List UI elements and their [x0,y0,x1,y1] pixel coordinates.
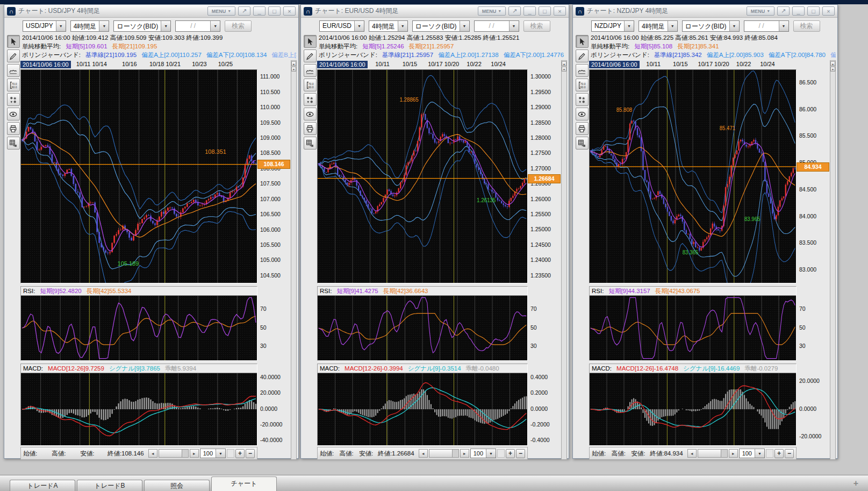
rsi-chart[interactable] [590,295,796,360]
close-button[interactable]: × [822,6,835,16]
chevron-down-icon[interactable]: ▼ [486,449,496,458]
scroll-up-icon[interactable]: ▲ [562,61,566,66]
chevron-down-icon[interactable]: ▼ [624,21,634,31]
minimize-button[interactable]: _ [253,6,266,16]
pair-select[interactable]: NZD/JPY▼ [591,20,634,32]
chevron-down-icon[interactable]: ▼ [460,21,469,31]
scroll-right-button[interactable]: ► [729,449,738,458]
main-chart[interactable]: 108.351105.189 [20,69,257,283]
scrollbar-thumb[interactable] [698,450,721,457]
vertical-scrollbar[interactable]: ▲ ▼ [561,60,567,460]
popout-button[interactable]: ↗ [508,6,521,16]
zoom-out-button[interactable]: − [785,449,794,458]
pair-select[interactable]: USD/JPY▼ [23,20,66,32]
chart-style-select[interactable]: ローソク(BID)▼ [113,20,171,32]
zoom-out-button[interactable]: − [246,449,255,458]
export-button[interactable] [576,137,589,150]
popout-button[interactable]: ↗ [777,6,790,16]
chevron-down-icon[interactable]: ▼ [99,21,109,31]
scale-settings-button[interactable] [7,79,20,91]
scroll-right-button[interactable]: ► [190,449,199,458]
scale-settings-button[interactable] [304,79,317,91]
menu-button[interactable]: MENU▼ [747,6,774,16]
chart-type-button[interactable] [7,64,20,77]
chevron-down-icon[interactable]: ▼ [779,21,788,31]
minimize-button[interactable]: _ [792,6,805,16]
zoom-in-button[interactable]: + [506,449,515,458]
minimize-button[interactable]: _ [523,6,536,16]
marker-tool-button[interactable] [576,93,589,106]
search-button[interactable]: 検索 [793,20,820,32]
vertical-scrollbar[interactable]: ▲ ▼ [830,60,836,460]
select-tool-button[interactable] [7,35,20,48]
print-button[interactable] [576,122,589,135]
chevron-down-icon[interactable]: ▼ [398,21,407,31]
close-button[interactable]: × [554,6,566,16]
macd-chart[interactable] [590,373,796,445]
zoom-out-button[interactable]: − [516,449,525,458]
horizontal-scrollbar[interactable] [159,449,189,458]
marker-tool-button[interactable] [304,93,317,106]
chevron-down-icon[interactable]: ▼ [216,449,225,458]
chevron-down-icon[interactable]: ▼ [210,21,220,31]
timeframe-select[interactable]: 4時間足▼ [369,20,408,32]
chevron-down-icon[interactable]: ▼ [755,449,764,458]
pair-select[interactable]: EUR/USD▼ [319,20,364,32]
chart-style-select[interactable]: ローソク(BID)▼ [412,20,470,32]
scroll-left-button[interactable]: ◄ [148,449,157,458]
marker-tool-button[interactable] [7,93,20,106]
tab-chart[interactable]: チャート [211,476,277,491]
vertical-scrollbar[interactable]: ▲ ▼ [291,60,297,460]
horizontal-scrollbar[interactable] [698,449,728,458]
add-tab-icon[interactable]: + [853,479,858,488]
search-button[interactable]: 検索 [225,20,252,32]
timeframe-select[interactable]: 4時間足▼ [70,20,110,32]
chart-style-select[interactable]: ローソク(BID)▼ [682,20,740,32]
draw-tool-button[interactable] [304,49,317,62]
chart-type-button[interactable] [576,64,589,77]
titlebar[interactable]: ∩ チャート: EUR/USD 4時間足 MENU▼ ↗ _ □ × [301,5,569,18]
scale-settings-button[interactable] [576,79,589,91]
tab-inquiry[interactable]: 照会 [144,480,210,491]
draw-tool-button[interactable] [7,49,20,62]
menu-button[interactable]: MENU▼ [207,6,235,16]
titlebar[interactable]: ∩ チャート: NZD/JPY 4時間足 MENU▼ ↗ _ □ × [573,5,837,18]
scroll-down-icon[interactable]: ▼ [830,67,835,72]
maximize-button[interactable]: □ [807,6,820,16]
scroll-left-button[interactable]: ◄ [687,449,697,458]
tab-trade-a[interactable]: トレードA [10,480,75,491]
scroll-up-icon[interactable]: ▲ [830,61,835,66]
main-chart[interactable]: 85.80885.47183.96583.365 [589,69,797,283]
popout-button[interactable]: ↗ [238,6,250,16]
select-tool-button[interactable] [576,35,589,48]
export-button[interactable] [7,137,20,150]
zoom-level-select[interactable]: 100▼ [200,449,226,458]
scroll-left-button[interactable]: ◄ [419,449,428,458]
macd-chart[interactable] [318,373,527,445]
macd-chart[interactable] [21,373,257,445]
date-input[interactable]: / /▼ [175,20,220,32]
print-button[interactable] [304,122,317,135]
date-input[interactable]: / /▼ [744,20,789,32]
scroll-down-icon[interactable]: ▼ [291,67,296,72]
visibility-button[interactable] [7,108,20,120]
chevron-down-icon[interactable]: ▼ [354,21,364,31]
chevron-down-icon[interactable]: ▼ [56,21,66,31]
date-input[interactable]: / /▼ [474,20,519,32]
scroll-right-button[interactable]: ► [460,449,469,458]
chevron-down-icon[interactable]: ▼ [161,21,170,31]
zoom-in-button[interactable]: + [235,449,245,458]
main-chart[interactable]: 1.288651.26135 [317,69,528,283]
scroll-down-icon[interactable]: ▼ [562,67,566,72]
chart-type-button[interactable] [304,64,317,77]
zoom-in-button[interactable]: + [774,449,784,458]
tab-trade-b[interactable]: トレードB [77,480,142,491]
maximize-button[interactable]: □ [539,6,551,16]
visibility-button[interactable] [576,108,589,120]
scrollbar-thumb[interactable] [159,450,182,457]
chevron-down-icon[interactable]: ▼ [729,21,739,31]
maximize-button[interactable]: □ [268,6,281,16]
draw-tool-button[interactable] [576,49,589,62]
search-button[interactable]: 検索 [523,20,550,32]
horizontal-scrollbar[interactable] [429,449,459,458]
